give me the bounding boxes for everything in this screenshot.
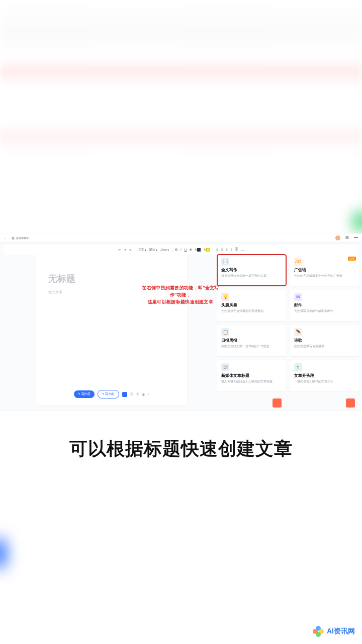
underline-button[interactable]: U bbox=[185, 248, 187, 251]
video-caption: 可以根据标题快速创建文章 bbox=[0, 437, 362, 461]
card-title: 全文写作 bbox=[221, 267, 282, 273]
card-icon: AD bbox=[294, 258, 302, 266]
annotation-callout: 在右侧中找到需要的功能，即"全文写作"功能， 这里可以根据标题快速创建文章 bbox=[138, 285, 223, 306]
redo-button[interactable]: ↷ bbox=[124, 248, 126, 252]
extra-card-icon-2[interactable] bbox=[346, 398, 355, 408]
highlight-color-button[interactable]: A bbox=[204, 248, 210, 252]
card-description: 按您主题书写诗意篇章 bbox=[294, 345, 355, 348]
card-description: 帮助您总结汇报一份详实的工作报告 bbox=[221, 345, 282, 348]
card-description: 为您撰写日常邮件或商务邮件 bbox=[294, 309, 355, 313]
card-icon: 📄 bbox=[221, 258, 229, 266]
card-title: 头脑风暴 bbox=[221, 302, 282, 308]
doc-footer-toolbar: ✎ 写内容 ✎ 写大纲 全 文 ◧ › bbox=[48, 390, 175, 398]
document-sheet[interactable]: 无标题 输入文字 ✎ 写内容 ✎ 写大纲 全 文 ◧ › bbox=[36, 255, 187, 406]
template-card-7[interactable]: ¶文章开头段一键生成引人眼球的文章开头 bbox=[290, 360, 359, 391]
avatar[interactable] bbox=[335, 235, 340, 240]
align-button-4[interactable]: ≡ bbox=[231, 248, 233, 251]
toolbar-more-button[interactable]: ⋯ bbox=[241, 248, 244, 252]
card-icon: ¶ bbox=[294, 363, 302, 371]
apps-grid-icon[interactable]: ⊞ bbox=[345, 235, 349, 240]
template-card-3[interactable]: ✉邮件为您撰写日常邮件或商务邮件 bbox=[290, 290, 359, 321]
template-card-2[interactable]: 💡头脑风暴为您提供开放式脑洞和灵感策划 bbox=[217, 290, 286, 321]
footer-chip-3[interactable]: ◧ bbox=[142, 392, 145, 396]
align-button-1[interactable]: ≡ bbox=[216, 248, 218, 251]
template-card-6[interactable]: 📰新媒体文章标题输入关键词或段落人人吸睛的文章标题 bbox=[217, 360, 286, 391]
annotation-line-1: 在右侧中找到需要的功能，即"全文写作"功能， bbox=[138, 285, 223, 299]
doc-title-placeholder[interactable]: 无标题 bbox=[48, 273, 175, 285]
card-description: 一键生成引人眼球的文章开头 bbox=[294, 380, 355, 383]
formatting-toolbar: ↶ ↷ ✎ 正文 ▾ 默认 ▾ 16px ▾ B I U S A A ≡ ≡ ≡… bbox=[4, 245, 358, 255]
footer-chip-2[interactable]: 文 bbox=[136, 392, 139, 396]
card-description: 输入关键词或段落人人吸睛的文章标题 bbox=[221, 380, 282, 383]
align-button-3[interactable]: ≡ bbox=[226, 248, 228, 251]
card-icon: 💡 bbox=[221, 293, 229, 301]
text-color-button[interactable]: A bbox=[195, 248, 201, 252]
template-card-1[interactable]: ADSAD广告语为您的产品或服务创作创意的广告语 bbox=[290, 255, 359, 286]
template-card-5[interactable]: 🪶诗歌按您主题书写诗意篇章 bbox=[290, 325, 359, 356]
minimize-icon[interactable] bbox=[354, 237, 358, 238]
left-gutter bbox=[0, 255, 36, 411]
watermark: AI资讯网 bbox=[313, 626, 355, 637]
footer-next-icon[interactable]: › bbox=[148, 392, 149, 396]
card-icon: 📋 bbox=[221, 328, 229, 336]
card-description: 根据标题快速创建一篇完整的文章 bbox=[221, 274, 282, 278]
undo-button[interactable]: ↶ bbox=[118, 248, 121, 252]
back-icon[interactable]: ← bbox=[4, 236, 7, 239]
breadcrumb[interactable]: 🏠 自动保存中 bbox=[12, 236, 29, 239]
strike-button[interactable]: S bbox=[190, 248, 192, 251]
card-title: 新媒体文章标题 bbox=[221, 373, 282, 378]
blur-accent-blue bbox=[0, 523, 10, 584]
card-title: 诗歌 bbox=[294, 338, 355, 343]
watermark-logo-icon bbox=[313, 626, 324, 637]
autosave-status: 自动保存中 bbox=[16, 236, 29, 239]
card-icon: 🪶 bbox=[294, 328, 302, 336]
paragraph-style-select[interactable]: 正文 ▾ bbox=[138, 248, 146, 252]
annotation-line-2: 这里可以根据标题快速创建文章 bbox=[138, 299, 223, 306]
watermark-text: AI资讯网 bbox=[327, 627, 355, 636]
italic-button[interactable]: I bbox=[180, 248, 182, 251]
list-button[interactable]: ≣ bbox=[235, 248, 238, 252]
card-description: 为您的产品或服务创作创意的广告语 bbox=[294, 274, 355, 278]
bold-button[interactable]: B bbox=[175, 248, 177, 251]
align-button-2[interactable]: ≡ bbox=[221, 248, 223, 251]
card-icon: ✉ bbox=[294, 293, 302, 301]
card-title: 文章开头段 bbox=[294, 373, 355, 378]
card-title: 日报周报 bbox=[221, 338, 282, 343]
format-painter-button[interactable]: ✎ bbox=[129, 248, 132, 252]
footer-chip-1[interactable]: 全 bbox=[130, 392, 133, 396]
app-screenshot: ← 🏠 自动保存中 ⊞ ↶ ↷ ✎ 正文 ▾ 默认 ▾ 16px ▾ B I U… bbox=[0, 233, 362, 411]
card-icon: 📰 bbox=[221, 363, 229, 371]
write-content-button[interactable]: ✎ 写内容 bbox=[74, 390, 95, 398]
card-title: 广告语 bbox=[294, 267, 355, 273]
template-card-0[interactable]: 📄全文写作根据标题快速创建一篇完整的文章 bbox=[217, 255, 286, 286]
template-card-4[interactable]: 📋日报周报帮助您总结汇报一份详实的工作报告 bbox=[217, 325, 286, 356]
app-topbar: ← 🏠 自动保存中 ⊞ bbox=[0, 233, 362, 243]
template-cards-grid: 📄全文写作根据标题快速创建一篇完整的文章ADSAD广告语为您的产品或服务创作创意… bbox=[217, 255, 359, 391]
extra-card-icon-1[interactable] bbox=[273, 398, 282, 408]
card-description: 为您提供开放式脑洞和灵感策划 bbox=[221, 309, 282, 313]
card-badge: ADS bbox=[348, 257, 356, 261]
font-size-select[interactable]: 16px ▾ bbox=[160, 248, 169, 252]
write-outline-button[interactable]: ✎ 写大纲 bbox=[98, 390, 119, 398]
home-icon: 🏠 bbox=[12, 236, 15, 239]
card-title: 邮件 bbox=[294, 302, 355, 308]
mode-toggle[interactable] bbox=[122, 392, 127, 397]
font-family-select[interactable]: 默认 ▾ bbox=[149, 248, 157, 252]
